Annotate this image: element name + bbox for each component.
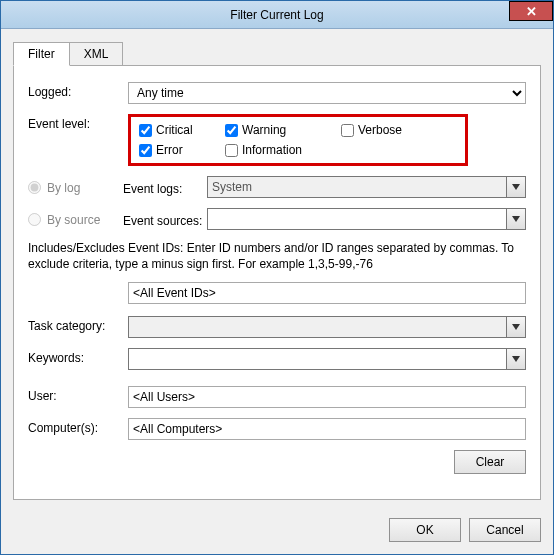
keywords-input[interactable] [128,348,506,370]
critical-label: Critical [156,123,193,137]
chevron-down-icon [512,324,520,330]
titlebar: Filter Current Log ✕ [1,1,553,29]
cancel-button[interactable]: Cancel [469,518,541,542]
by-source-radio [28,213,41,226]
error-label: Error [156,143,183,157]
tab-xml[interactable]: XML [69,42,124,66]
chevron-down-icon [512,356,520,362]
verbose-checkbox-wrap[interactable]: Verbose [341,123,431,137]
computers-label: Computer(s): [28,418,128,435]
task-category-combo [128,316,526,338]
by-log-row: By log Event logs: [28,176,526,198]
task-category-label: Task category: [28,316,128,333]
event-sources-input[interactable] [207,208,506,230]
event-sources-dropdown-button[interactable] [506,208,526,230]
filter-current-log-window: Filter Current Log ✕ Filter XML Logged: … [0,0,554,555]
keywords-dropdown-button[interactable] [506,348,526,370]
event-level-label: Event level: [28,114,128,131]
error-checkbox-wrap[interactable]: Error [139,143,219,157]
task-category-dropdown-button[interactable] [506,316,526,338]
information-label: Information [242,143,302,157]
computers-input[interactable] [128,418,526,440]
event-ids-description: Includes/Excludes Event IDs: Enter ID nu… [28,240,526,272]
chevron-down-icon [512,216,520,222]
event-level-highlight: Critical Warning Verbose [128,114,468,166]
dialog-body: Filter XML Logged: Any time Event level: [1,29,553,508]
keywords-combo [128,348,526,370]
critical-checkbox-wrap[interactable]: Critical [139,123,219,137]
by-source-row: By source Event sources: [28,208,526,230]
tab-filter[interactable]: Filter [13,42,70,66]
logged-select[interactable]: Any time [128,82,526,104]
warning-checkbox[interactable] [225,124,238,137]
tab-panel-filter: Logged: Any time Event level: Critical [13,65,541,500]
logged-label: Logged: [28,82,128,99]
event-logs-input [207,176,506,198]
keywords-label: Keywords: [28,348,128,365]
close-icon: ✕ [526,4,537,19]
task-category-input [128,316,506,338]
tabstrip: Filter XML [13,41,541,65]
error-checkbox[interactable] [139,144,152,157]
critical-checkbox[interactable] [139,124,152,137]
event-logs-label: Event logs: [123,179,207,196]
user-label: User: [28,386,128,403]
verbose-checkbox[interactable] [341,124,354,137]
dialog-footer: OK Cancel [1,508,553,554]
by-log-radio [28,181,41,194]
warning-checkbox-wrap[interactable]: Warning [225,123,335,137]
information-checkbox-wrap[interactable]: Information [225,143,335,157]
chevron-down-icon [512,184,520,190]
event-logs-combo [207,176,526,198]
event-ids-input[interactable] [128,282,526,304]
verbose-label: Verbose [358,123,402,137]
event-logs-dropdown-button[interactable] [506,176,526,198]
user-input[interactable] [128,386,526,408]
by-log-label: By log [47,180,123,195]
event-sources-label: Event sources: [123,211,207,228]
ok-button[interactable]: OK [389,518,461,542]
window-title: Filter Current Log [230,8,323,22]
clear-button[interactable]: Clear [454,450,526,474]
warning-label: Warning [242,123,286,137]
information-checkbox[interactable] [225,144,238,157]
close-button[interactable]: ✕ [509,1,553,21]
event-sources-combo [207,208,526,230]
by-source-label: By source [47,212,123,227]
